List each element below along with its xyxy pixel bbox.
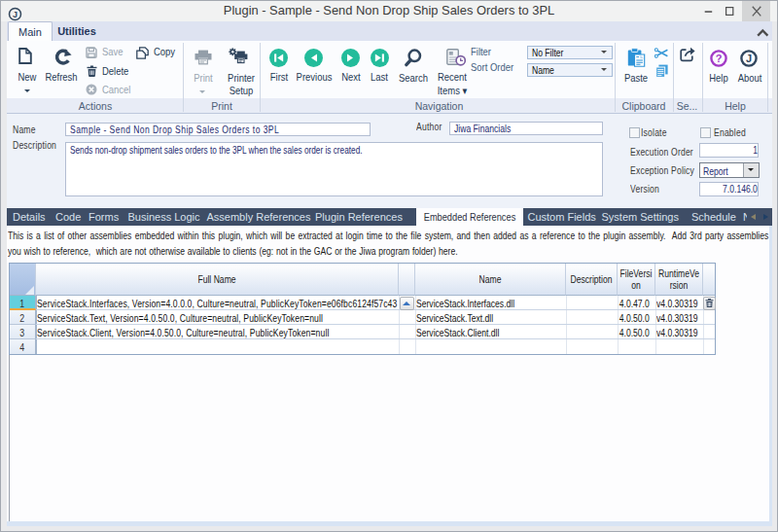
svg-text:J: J xyxy=(746,53,752,64)
svg-text:?: ? xyxy=(715,53,722,64)
svg-text:J: J xyxy=(13,10,18,19)
